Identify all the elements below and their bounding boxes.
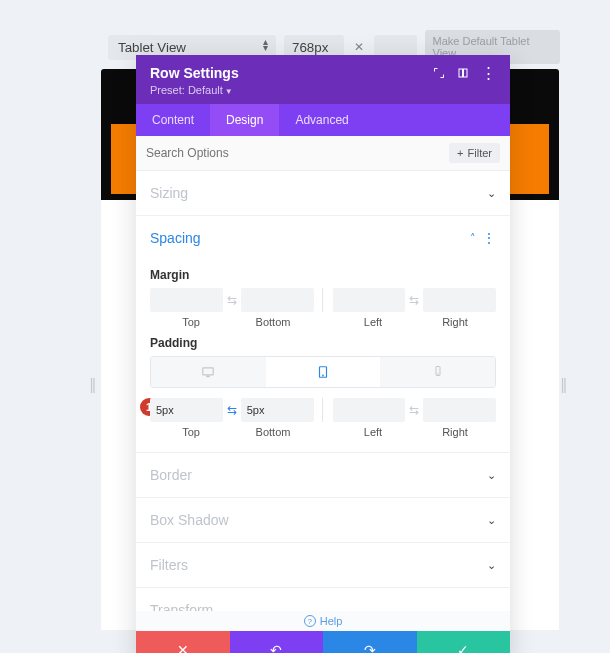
svg-point-4 [323, 375, 324, 376]
section-label: Filters [150, 557, 487, 573]
modal-footer: ✕ ↶ ↷ ✓ [136, 631, 510, 653]
section-label: Transform [150, 602, 487, 611]
redo-button[interactable]: ↷ [323, 631, 417, 653]
chevron-down-icon: ⌄ [487, 604, 496, 612]
section-sizing: Sizing ⌄ [136, 171, 510, 216]
dir-label-left: Left [332, 426, 414, 438]
section-box-shadow: Box Shadow ⌄ [136, 498, 510, 543]
section-head-filters[interactable]: Filters ⌄ [136, 543, 510, 587]
dir-label-right: Right [414, 316, 496, 328]
margin-top-input[interactable] [150, 288, 223, 312]
section-filters: Filters ⌄ [136, 543, 510, 588]
link-values-icon[interactable]: ⇆ [405, 293, 423, 307]
kebab-menu-icon[interactable]: ⋮ [482, 230, 496, 246]
padding-label: Padding [150, 336, 496, 350]
help-link[interactable]: ? Help [136, 611, 510, 631]
section-label: Box Shadow [150, 512, 487, 528]
svg-rect-2 [203, 368, 214, 375]
section-head-box-shadow[interactable]: Box Shadow ⌄ [136, 498, 510, 542]
kebab-menu-icon[interactable]: ⋮ [481, 68, 496, 78]
padding-left-input[interactable] [333, 398, 406, 422]
link-values-icon[interactable]: ⇆ [223, 293, 241, 307]
section-head-spacing[interactable]: Spacing ˄ ⋮ [136, 216, 510, 260]
margin-bottom-input[interactable] [241, 288, 314, 312]
dir-label-top: Top [150, 316, 232, 328]
help-label: Help [320, 615, 343, 627]
filter-label: Filter [468, 147, 492, 159]
section-head-border[interactable]: Border ⌄ [136, 453, 510, 497]
chevron-down-icon: ⌄ [487, 469, 496, 482]
spacing-body: Margin ⇆ ⇆ TopBottom LeftRight [136, 268, 510, 452]
section-head-sizing[interactable]: Sizing ⌄ [136, 171, 510, 215]
resize-handle-left[interactable]: ‖ [89, 375, 92, 430]
preset-selector[interactable]: Preset: Default▼ [150, 84, 496, 96]
expand-icon[interactable] [433, 67, 445, 79]
margin-left-input[interactable] [333, 288, 406, 312]
svg-rect-1 [464, 69, 468, 77]
help-icon: ? [304, 615, 316, 627]
section-transform: Transform ⌄ [136, 588, 510, 611]
resize-handle-right[interactable]: ‖ [560, 375, 563, 430]
filter-button[interactable]: + Filter [449, 143, 500, 163]
row-settings-modal: Row Settings ⋮ Preset: Default▼ Content … [136, 55, 510, 653]
undo-button[interactable]: ↶ [230, 631, 324, 653]
dir-label-right: Right [414, 426, 496, 438]
tab-advanced[interactable]: Advanced [279, 104, 364, 136]
dir-label-bottom: Bottom [232, 316, 314, 328]
tab-design[interactable]: Design [210, 104, 279, 136]
padding-top-input[interactable] [150, 398, 223, 422]
modal-tabs: Content Design Advanced [136, 104, 510, 136]
margin-right-input[interactable] [423, 288, 496, 312]
search-bar: + Filter [136, 136, 510, 171]
section-label: Border [150, 467, 487, 483]
padding-bottom-input[interactable] [241, 398, 314, 422]
section-label: Sizing [150, 185, 487, 201]
device-tab-phone[interactable] [380, 357, 495, 387]
search-input[interactable] [146, 146, 449, 160]
dir-label-left: Left [332, 316, 414, 328]
svg-point-6 [437, 374, 438, 375]
section-border: Border ⌄ [136, 453, 510, 498]
chevron-down-icon: ⌄ [487, 514, 496, 527]
save-button[interactable]: ✓ [417, 631, 511, 653]
close-icon[interactable]: ✕ [352, 40, 366, 54]
section-spacing: Spacing ˄ ⋮ Margin ⇆ ⇆ [136, 216, 510, 453]
chevron-up-icon: ˄ [470, 232, 476, 245]
section-label: Spacing [150, 230, 470, 246]
svg-rect-0 [459, 69, 463, 77]
modal-body: Sizing ⌄ Spacing ˄ ⋮ Margin ⇆ [136, 171, 510, 611]
modal-header[interactable]: Row Settings ⋮ Preset: Default▼ [136, 55, 510, 104]
device-tab-tablet[interactable] [266, 357, 381, 387]
dir-label-top: Top [150, 426, 232, 438]
responsive-device-tabs [150, 356, 496, 388]
modal-title: Row Settings [150, 65, 239, 81]
plus-icon: + [457, 147, 463, 159]
padding-right-input[interactable] [423, 398, 496, 422]
link-values-icon[interactable]: ⇆ [223, 403, 241, 417]
section-head-transform[interactable]: Transform ⌄ [136, 588, 510, 611]
margin-inputs: ⇆ ⇆ [150, 288, 496, 312]
padding-inputs: 1 ⇆ ⇆ [150, 398, 496, 422]
cancel-button[interactable]: ✕ [136, 631, 230, 653]
dir-label-bottom: Bottom [232, 426, 314, 438]
chevron-down-icon: ⌄ [487, 559, 496, 572]
link-values-icon[interactable]: ⇆ [405, 403, 423, 417]
tab-content[interactable]: Content [136, 104, 210, 136]
margin-label: Margin [150, 268, 496, 282]
chevron-down-icon: ⌄ [487, 187, 496, 200]
snap-icon[interactable] [457, 67, 469, 79]
device-tab-desktop[interactable] [151, 357, 266, 387]
